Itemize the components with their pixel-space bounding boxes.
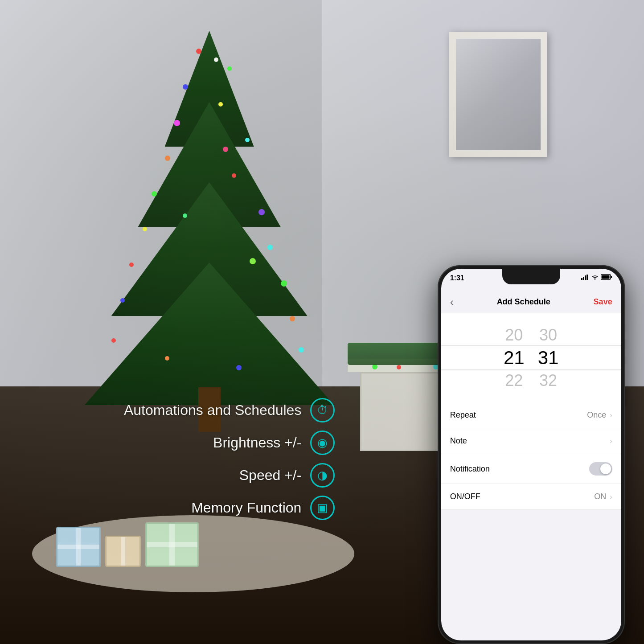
onoff-row[interactable]: ON/OFF ON › [441, 484, 621, 510]
tree-light [111, 338, 116, 343]
gift-box-1 [56, 527, 101, 567]
onoff-value: ON [594, 492, 606, 501]
tree-light [152, 191, 157, 197]
tree-light [196, 49, 201, 54]
battery-icon [601, 274, 612, 280]
feature-brightness-label: Brightness +/- [213, 435, 301, 451]
tree-light [236, 365, 242, 370]
picture-frame [449, 32, 547, 157]
svg-rect-0 [581, 278, 582, 280]
feature-automations-label: Automations and Schedules [124, 402, 301, 418]
feature-memory-label: Memory Function [191, 500, 301, 516]
feature-automations: Automations and Schedules ⏱ [77, 398, 335, 422]
phone-container: 1:31 [438, 265, 625, 644]
feature-memory-icon: ▣ [310, 496, 335, 520]
tree-light [250, 258, 256, 264]
tree-light [290, 316, 295, 321]
note-row[interactable]: Note › [441, 428, 621, 454]
tree-light [232, 173, 236, 178]
feature-automations-icon: ⏱ [310, 398, 335, 422]
tree-light [245, 138, 250, 142]
phone-notch [502, 269, 560, 284]
tree-light [281, 280, 287, 287]
status-icons [581, 274, 612, 280]
notification-value-group [589, 462, 612, 476]
onoff-value-group: ON › [594, 492, 612, 501]
tree-light [299, 347, 304, 353]
repeat-row[interactable]: Repeat Once › [441, 402, 621, 428]
back-button[interactable]: ‹ [450, 296, 454, 308]
save-button[interactable]: Save [594, 297, 612, 307]
onoff-chevron: › [610, 493, 612, 501]
feature-brightness-icon: ◉ [310, 431, 335, 455]
note-chevron: › [610, 437, 612, 445]
wifi-icon [591, 275, 599, 280]
picture-inner [456, 39, 541, 150]
feature-speed-icon: ◑ [310, 463, 335, 488]
time-picker[interactable]: 20 21 22 30 31 32 [441, 313, 621, 402]
svg-rect-6 [611, 276, 612, 278]
hour-21: 21 [504, 349, 525, 367]
tree-light [174, 120, 180, 126]
status-time: 1:31 [450, 274, 464, 282]
tree-light [183, 84, 188, 90]
tree-light [227, 66, 232, 71]
tree-light [120, 298, 125, 303]
feature-memory: Memory Function ▣ [77, 496, 335, 520]
svg-rect-1 [583, 277, 584, 280]
hour-column[interactable]: 20 21 22 [504, 327, 525, 389]
tree-light [218, 102, 223, 107]
tree-light [143, 227, 147, 231]
feature-speed: Speed +/- ◑ [77, 463, 335, 488]
svg-rect-2 [585, 275, 586, 280]
notification-label: Notification [450, 464, 490, 474]
hour-20: 20 [505, 327, 523, 343]
hour-22: 22 [505, 373, 523, 389]
svg-rect-3 [587, 275, 588, 280]
tree-light [165, 356, 169, 361]
gift-box-2 [105, 536, 141, 567]
tree-light [223, 147, 228, 152]
note-label: Note [450, 436, 467, 446]
svg-rect-5 [601, 275, 609, 279]
phone-body: 1:31 [438, 265, 625, 644]
phone-screen: 1:31 [441, 269, 621, 640]
tree-light [165, 156, 170, 161]
repeat-value-group: Once › [587, 410, 612, 420]
tree-light [214, 57, 218, 62]
tree-light [183, 213, 187, 218]
tree-light [267, 245, 273, 250]
minute-30: 30 [539, 327, 557, 343]
signal-icon [581, 275, 589, 280]
minute-31: 31 [538, 349, 559, 367]
tree-light [129, 263, 134, 267]
gift-box-3 [145, 522, 199, 567]
repeat-label: Repeat [450, 410, 476, 420]
time-picker-inner: 20 21 22 30 31 32 [504, 327, 558, 389]
notification-toggle[interactable] [589, 462, 612, 476]
page-title: Add Schedule [497, 297, 550, 307]
minute-column[interactable]: 30 31 32 [538, 327, 559, 389]
nav-bar: ‹ Add Schedule Save [441, 291, 621, 313]
notification-row[interactable]: Notification [441, 454, 621, 484]
note-value-group: › [610, 437, 612, 445]
onoff-label: ON/OFF [450, 492, 480, 501]
minute-32: 32 [539, 373, 557, 389]
feature-brightness: Brightness +/- ◉ [77, 431, 335, 455]
feature-speed-label: Speed +/- [239, 467, 302, 484]
repeat-chevron: › [610, 411, 612, 419]
repeat-value: Once [587, 410, 606, 420]
tree-light [258, 209, 265, 215]
features-overlay: Automations and Schedules ⏱ Brightness +… [77, 398, 335, 528]
toggle-knob [600, 464, 611, 474]
settings-section: Repeat Once › Note › Notification [441, 402, 621, 510]
tree-bottom-layer [85, 263, 334, 405]
